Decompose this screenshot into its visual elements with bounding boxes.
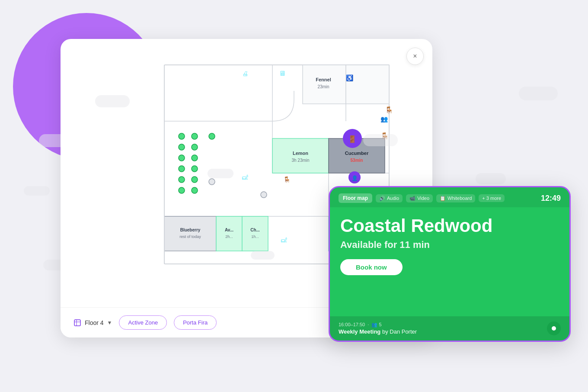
svg-text:♿: ♿	[346, 74, 354, 82]
svg-text:23min: 23min	[317, 84, 329, 89]
svg-text:Lemon: Lemon	[293, 151, 308, 156]
room-panel-tabs: Floor map 🔊 Audio 📹 Video 📋 Whiteboard +…	[339, 193, 505, 203]
close-icon: ×	[413, 52, 417, 60]
svg-text:🖥: 🖥	[279, 70, 286, 77]
svg-point-31	[179, 144, 185, 150]
svg-text:🛋: 🛋	[281, 237, 287, 244]
room-panel-footer: 16:00–17:50 · 👥 5 Weekly Meeting by Dan …	[330, 316, 569, 341]
close-button[interactable]: ×	[406, 48, 424, 65]
svg-point-42	[209, 179, 215, 185]
room-panel-clock: 12:49	[541, 194, 561, 203]
svg-text:🖨: 🖨	[242, 70, 248, 77]
floor-map-icon	[74, 319, 81, 327]
svg-text:👥: 👥	[380, 116, 388, 123]
svg-point-35	[179, 166, 185, 172]
amenity-more[interactable]: + 3 more	[479, 194, 505, 202]
porta-fira-pill[interactable]: Porta Fira	[174, 315, 217, 330]
cloud-decor-5	[476, 173, 506, 184]
svg-point-40	[192, 187, 198, 193]
room-panel: Floor map 🔊 Audio 📹 Video 📋 Whiteboard +…	[329, 186, 571, 342]
svg-point-43	[261, 192, 267, 198]
dot-icon	[552, 326, 556, 331]
svg-point-32	[192, 144, 198, 150]
room-availability: Available for 11 min	[340, 239, 559, 251]
whiteboard-icon: 📋	[440, 196, 446, 201]
svg-text:3h 23min: 3h 23min	[291, 158, 309, 163]
svg-text:Cucumber: Cucumber	[345, 151, 369, 156]
svg-point-36	[192, 166, 198, 172]
svg-text:2h...: 2h...	[225, 235, 233, 239]
meeting-title: Weekly Meeting by Dan Porter	[339, 328, 417, 335]
svg-rect-20	[216, 216, 242, 251]
capacity-icon: 👥	[371, 322, 377, 327]
map-cloud-1	[95, 95, 130, 107]
svg-text:Blueberry: Blueberry	[180, 228, 201, 232]
meeting-time: 16:00–17:50 · 👥 5	[339, 322, 417, 328]
svg-text:1h...: 1h...	[251, 235, 259, 239]
active-zone-pill[interactable]: Active Zone	[119, 315, 167, 330]
svg-text:🪑: 🪑	[385, 106, 393, 114]
amenity-video[interactable]: 📹 Video	[406, 194, 433, 202]
meeting-status-dot	[547, 321, 561, 335]
svg-point-37	[179, 177, 185, 183]
svg-point-30	[192, 133, 198, 139]
svg-rect-17	[164, 216, 216, 251]
svg-text:rest of today: rest of today	[179, 235, 201, 239]
audio-icon: 🔊	[379, 196, 385, 201]
svg-text:Ch...: Ch...	[250, 228, 260, 232]
svg-point-38	[192, 177, 198, 183]
svg-text:🪑: 🪑	[283, 176, 291, 183]
svg-point-34	[192, 155, 198, 161]
video-icon: 📹	[409, 196, 415, 201]
map-cloud-2	[208, 169, 233, 178]
svg-text:🚪: 🚪	[348, 135, 357, 143]
svg-text:Av...: Av...	[225, 228, 233, 232]
svg-point-29	[179, 133, 185, 139]
map-cloud-4	[251, 251, 275, 260]
cloud-decor-4	[519, 87, 558, 100]
amenity-audio[interactable]: 🔊 Audio	[376, 194, 403, 202]
room-panel-header: Floor map 🔊 Audio 📹 Video 📋 Whiteboard +…	[330, 187, 569, 207]
floor-dropdown-icon: ▼	[107, 320, 112, 326]
svg-text:👤: 👤	[352, 175, 358, 181]
cloud-decor-2	[24, 186, 50, 196]
svg-point-41	[209, 133, 215, 139]
floor-selector[interactable]: Floor 4 ▼	[74, 319, 112, 327]
floor-label: Floor 4	[85, 319, 104, 326]
svg-text:Fennel: Fennel	[316, 77, 331, 82]
svg-point-39	[179, 187, 185, 193]
svg-text:🛋: 🛋	[242, 174, 248, 181]
amenity-whiteboard[interactable]: 📋 Whiteboard	[436, 194, 475, 202]
svg-rect-11	[272, 138, 329, 173]
room-panel-body: Coastal Redwood Available for 11 min Boo…	[330, 207, 569, 284]
book-now-button[interactable]: Book now	[340, 259, 403, 275]
svg-point-33	[179, 155, 185, 161]
svg-rect-8	[346, 65, 389, 104]
svg-rect-23	[242, 216, 268, 251]
svg-text:53min: 53min	[351, 158, 363, 163]
room-name: Coastal Redwood	[340, 216, 559, 236]
map-cloud-3	[363, 134, 398, 146]
tab-floor-map[interactable]: Floor map	[339, 193, 372, 203]
meeting-info: 16:00–17:50 · 👥 5 Weekly Meeting by Dan …	[339, 322, 417, 335]
svg-rect-58	[74, 320, 80, 326]
